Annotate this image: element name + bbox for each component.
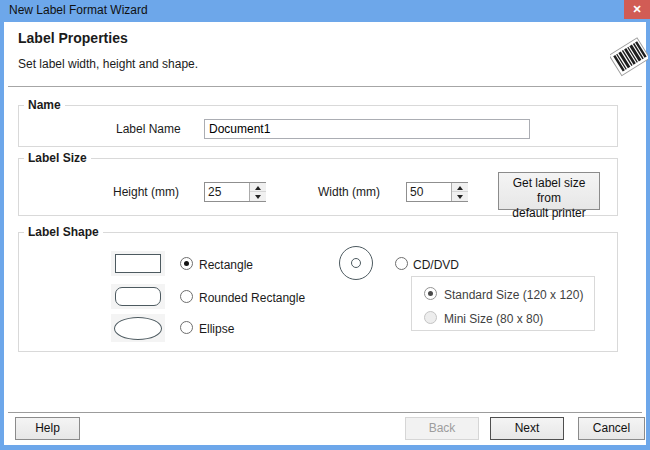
- cancel-button[interactable]: Cancel: [578, 417, 645, 440]
- height-spin-buttons: [249, 183, 265, 201]
- name-group-caption: Name: [24, 98, 65, 112]
- cd-preview-shape: [339, 246, 373, 280]
- radio-rectangle[interactable]: [180, 257, 193, 270]
- radio-dot: [184, 325, 189, 330]
- width-value: 50: [410, 185, 423, 199]
- barcode-icon: [610, 34, 648, 80]
- printer-button-line1: Get label size from: [513, 176, 586, 205]
- help-button[interactable]: Help: [15, 417, 80, 440]
- rounded-rectangle-shape-icon: [115, 287, 161, 306]
- radio-dot: [184, 261, 189, 266]
- radio-dot: [428, 291, 433, 296]
- page-title: Label Properties: [18, 30, 128, 46]
- rectangle-preview: [111, 251, 165, 276]
- radio-dot: [428, 315, 433, 320]
- radio-ellipse-label[interactable]: Ellipse: [199, 322, 234, 336]
- label-size-group-caption: Label Size: [24, 151, 91, 165]
- next-button[interactable]: Next: [490, 417, 564, 440]
- footer-divider: [8, 412, 642, 413]
- down-arrow-icon: [457, 195, 463, 199]
- rounded-rectangle-preview: [111, 284, 165, 309]
- width-spin-buttons: [451, 183, 467, 201]
- rectangle-shape-icon: [115, 254, 161, 273]
- radio-rounded-rectangle-label[interactable]: Rounded Rectangle: [199, 291, 305, 305]
- radio-rounded-rectangle[interactable]: [180, 290, 193, 303]
- window-title: New Label Format Wizard: [9, 0, 148, 21]
- ellipse-preview: [111, 314, 165, 342]
- width-stepper[interactable]: 50: [406, 182, 468, 202]
- cd-size-panel: Standard Size (120 x 120) Mini Size (80 …: [411, 276, 595, 331]
- page-subtitle: Set label width, height and shape.: [18, 57, 198, 71]
- get-label-size-button[interactable]: Get label size from default printer: [498, 172, 600, 210]
- close-icon: ✕: [632, 3, 641, 15]
- radio-cd-dvd[interactable]: [395, 257, 408, 270]
- name-group: Name Label Name: [18, 105, 618, 147]
- width-label: Width (mm): [318, 185, 380, 199]
- header-divider: [8, 86, 642, 87]
- titlebar[interactable]: New Label Format Wizard ✕: [0, 0, 650, 22]
- height-label: Height (mm): [113, 185, 179, 199]
- up-arrow-icon: [457, 186, 463, 190]
- radio-standard-size[interactable]: [424, 287, 437, 300]
- radio-dot: [399, 261, 404, 266]
- label-shape-group-caption: Label Shape: [24, 225, 103, 239]
- height-up-button[interactable]: [250, 183, 266, 192]
- label-name-input[interactable]: [204, 119, 530, 139]
- close-button[interactable]: ✕: [624, 0, 650, 19]
- radio-mini-size[interactable]: [424, 311, 437, 324]
- radio-mini-size-label[interactable]: Mini Size (80 x 80): [444, 312, 543, 326]
- back-button: Back: [405, 417, 479, 440]
- radio-dot: [184, 294, 189, 299]
- cd-hole-icon: [351, 258, 361, 268]
- height-value: 25: [208, 185, 221, 199]
- radio-rectangle-label[interactable]: Rectangle: [199, 258, 253, 272]
- width-down-button[interactable]: [452, 192, 468, 201]
- new-label-format-wizard-dialog: New Label Format Wizard ✕ Label Properti…: [0, 0, 650, 450]
- printer-button-line2: default printer: [512, 206, 585, 220]
- radio-cd-dvd-label[interactable]: CD/DVD: [413, 258, 459, 272]
- radio-standard-size-label[interactable]: Standard Size (120 x 120): [444, 288, 583, 302]
- height-stepper[interactable]: 25: [204, 182, 266, 202]
- up-arrow-icon: [255, 186, 261, 190]
- down-arrow-icon: [255, 195, 261, 199]
- label-name-label: Label Name: [116, 122, 181, 136]
- height-down-button[interactable]: [250, 192, 266, 201]
- width-up-button[interactable]: [452, 183, 468, 192]
- ellipse-shape-icon: [114, 317, 162, 340]
- radio-ellipse[interactable]: [180, 321, 193, 334]
